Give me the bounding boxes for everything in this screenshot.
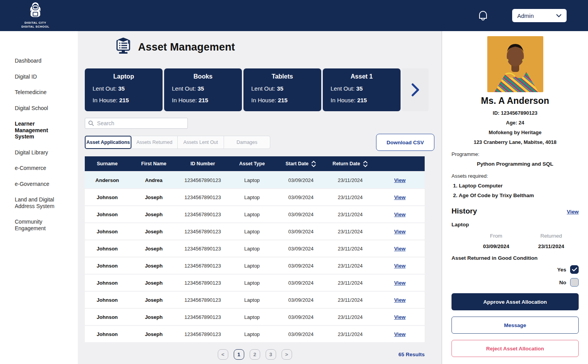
cell-action: View	[375, 212, 425, 217]
assets-required-list: 1. Laptop Computer2. Age Of Code by Trix…	[452, 183, 579, 198]
backpack-logo-icon	[27, 2, 44, 20]
sidebar-item-learner-management-system[interactable]: Learner Management System	[15, 121, 68, 140]
cell-start-date: 03/09/2024	[276, 194, 326, 200]
profile-panel: Ms. A Anderson ID: 1234567890123 Age: 24…	[441, 31, 588, 364]
column-header-first-name: First Name	[130, 161, 178, 166]
asset-card-books: BooksLent Out: 35In House: 215	[164, 68, 242, 111]
column-label: First Name	[141, 161, 166, 166]
check-icon	[572, 268, 577, 271]
sort-icon[interactable]	[363, 161, 368, 167]
asset-card-lent-out: Lent Out: 35	[331, 85, 393, 92]
view-link[interactable]: View	[394, 280, 405, 286]
cell-action: View	[375, 280, 425, 286]
cell-return-date: 23/11/2024	[326, 314, 375, 320]
cell-first-name: Joseph	[130, 212, 178, 217]
table-row: JohnsonJoseph1234567890123Laptop03/09/20…	[85, 257, 425, 274]
sidebar-item-land-and-digital-address-system[interactable]: Land and Digital Address System	[15, 196, 68, 209]
view-link[interactable]: View	[394, 246, 405, 252]
view-link[interactable]: View	[394, 212, 405, 217]
admin-dropdown[interactable]: Admin	[512, 9, 567, 22]
cell-id-number: 1234567890123	[178, 194, 228, 200]
main-content: Asset Management LaptopLent Out: 35In Ho…	[78, 31, 441, 364]
cards-next-button[interactable]	[402, 68, 429, 111]
tab-asset-applications[interactable]: Asset Applications	[85, 136, 131, 149]
cell-first-name: Joseph	[130, 280, 178, 286]
sidebar-item-dashboard[interactable]: Dashboard	[15, 58, 68, 64]
notifications-bell-icon[interactable]	[478, 10, 488, 21]
sidebar-item-digital-library[interactable]: Digital Library	[15, 149, 68, 156]
search-input[interactable]	[97, 120, 184, 126]
cell-first-name: Joseph	[130, 314, 178, 320]
view-link[interactable]: View	[394, 297, 405, 303]
history-view-link[interactable]: View	[567, 209, 579, 215]
cell-return-date: 23/11/2024	[326, 263, 375, 269]
cell-start-date: 03/09/2024	[276, 263, 326, 269]
view-link[interactable]: View	[394, 194, 405, 200]
sidebar-item-telemedicine[interactable]: Telemedicine	[15, 89, 68, 96]
sidebar-item-digital-id[interactable]: Digital ID	[15, 74, 68, 80]
condition-yes-checkbox[interactable]	[570, 265, 579, 274]
page-button-3[interactable]: 3	[266, 349, 276, 360]
page-next-button[interactable]: >	[282, 349, 292, 360]
sidebar-item-digital-school[interactable]: Digital School	[15, 105, 68, 112]
column-label: ID Number	[191, 161, 215, 166]
page-button-2[interactable]: 2	[250, 349, 260, 360]
cell-surname: Johnson	[85, 297, 130, 303]
view-link[interactable]: View	[394, 314, 405, 320]
asset-card-title: Tablets	[251, 73, 313, 80]
view-link[interactable]: View	[394, 263, 405, 269]
cell-return-date: 23/11/2024	[326, 229, 375, 234]
cell-start-date: 03/09/2024	[276, 212, 326, 217]
condition-yes-label: Yes	[557, 267, 566, 273]
cell-id-number: 1234567890123	[178, 263, 228, 269]
cell-action: View	[375, 229, 425, 234]
column-label: Start Date	[285, 161, 308, 166]
reject-asset-allocation-button[interactable]: Reject Asset Allocation	[452, 340, 579, 357]
asset-table: SurnameFirst NameID NumberAsset TypeStar…	[85, 156, 425, 342]
download-csv-button[interactable]: Download CSV	[376, 134, 434, 151]
view-link[interactable]: View	[394, 177, 405, 183]
column-header-return-date[interactable]: Return Date	[326, 161, 375, 167]
table-row: JohnsonJoseph1234567890123Laptop03/09/20…	[85, 275, 425, 291]
search-box[interactable]	[85, 118, 188, 129]
asset-required-item: 2. Age Of Code by Trixy Beltham	[452, 192, 579, 198]
sort-icon[interactable]	[311, 161, 316, 167]
cell-action: View	[375, 314, 425, 320]
column-header-start-date[interactable]: Start Date	[276, 161, 326, 167]
cell-id-number: 1234567890123	[178, 331, 228, 337]
asset-management-icon	[115, 37, 132, 57]
cell-asset-type: Laptop	[228, 280, 276, 286]
view-link[interactable]: View	[394, 229, 405, 234]
condition-no-checkbox[interactable]	[570, 278, 579, 287]
asset-card-tablets: TabletsLent Out: 35In House: 215	[243, 68, 321, 111]
cell-start-date: 03/09/2024	[276, 331, 326, 337]
tab-damages[interactable]: Damages	[224, 136, 270, 149]
cell-surname: Johnson	[85, 314, 130, 320]
page-prev-button[interactable]: <	[218, 349, 228, 360]
sidebar-item-e-commerce[interactable]: e-Commerce	[15, 165, 68, 172]
sidebar-item-e-governance[interactable]: e-Governance	[15, 181, 68, 187]
message-button[interactable]: Message	[452, 317, 579, 334]
asset-card-lent-out: Lent Out: 35	[172, 85, 234, 92]
asset-card-lent-out: Lent Out: 35	[251, 85, 313, 92]
cell-return-date: 23/11/2024	[326, 212, 375, 217]
cell-asset-type: Laptop	[228, 263, 276, 269]
cell-id-number: 1234567890123	[178, 246, 228, 252]
page-button-1[interactable]: 1	[234, 349, 244, 360]
cell-return-date: 23/11/2024	[326, 297, 375, 303]
tab-assets-lent-out[interactable]: Assets Lent Out	[177, 136, 224, 149]
cell-id-number: 1234567890123	[178, 212, 228, 217]
view-link[interactable]: View	[394, 331, 405, 337]
sidebar-item-community-engagement[interactable]: Community Engagement	[15, 219, 68, 231]
column-header-surname: Surname	[85, 161, 130, 166]
lent-out-value: 35	[277, 85, 284, 92]
table-row: JohnsonJoseph1234567890123Laptop03/09/20…	[85, 223, 425, 240]
column-header-asset-type: Asset Type	[228, 161, 276, 166]
chevron-down-icon	[556, 14, 562, 18]
cell-action: View	[375, 194, 425, 200]
tab-assets-returned[interactable]: Assets Returned	[131, 136, 178, 149]
brand-line-2: DIGITAL SCHOOL	[21, 25, 49, 29]
approve-asset-allocation-button[interactable]: Approve Asset Allocation	[452, 293, 579, 310]
cell-start-date: 03/09/2024	[276, 297, 326, 303]
history-returned-date: 23/11/2024	[524, 243, 579, 249]
